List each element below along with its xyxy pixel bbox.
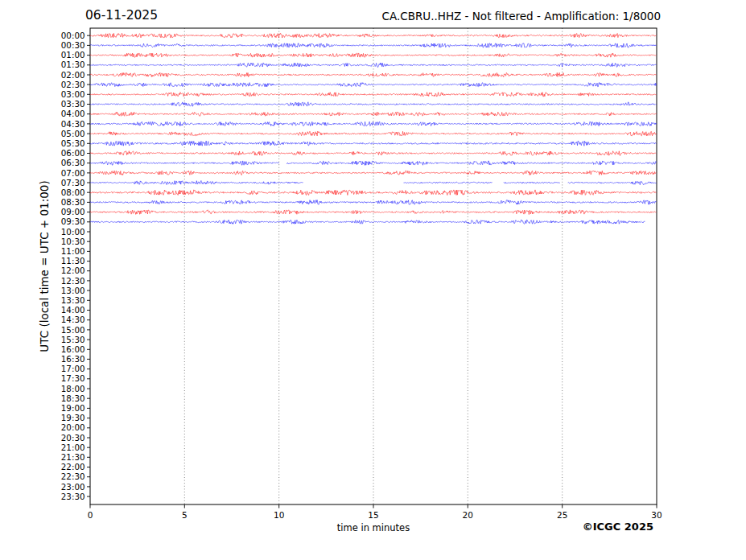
y-tick-label: 11:00 (61, 246, 85, 256)
y-tick-label: 14:30 (61, 315, 85, 324)
y-tick-label: 05:00 (61, 129, 85, 138)
y-tick-label: 06:30 (61, 158, 85, 167)
x-tick-labels: 051015202530 (88, 504, 662, 520)
y-tick-label: 09:00 (61, 207, 85, 216)
copyright-credit: ©ICGC 2025 (583, 521, 653, 533)
trace-02:00 (90, 72, 657, 76)
y-tick-label: 00:30 (61, 40, 85, 50)
y-tick-label: 00:00 (61, 31, 85, 40)
y-tick-label: 09:30 (61, 216, 85, 226)
y-tick-label: 19:00 (61, 403, 85, 413)
trace-07:00 (90, 171, 657, 175)
y-tick-label: 18:00 (61, 384, 85, 393)
y-tick-label: 10:00 (61, 227, 85, 237)
y-tick-label: 07:30 (61, 178, 85, 187)
x-tick-label: 25 (557, 510, 567, 520)
trace-05:00 (90, 131, 657, 136)
trace-08:30 (90, 200, 657, 205)
x-tick-label: 30 (651, 510, 662, 520)
helicorder-page: 06-11-2025 CA.CBRU..HHZ - Not filtered -… (0, 0, 746, 560)
gridlines (184, 28, 562, 504)
y-tick-label: 16:30 (61, 354, 85, 364)
x-tick-label: 0 (88, 510, 93, 520)
x-tick-label: 5 (182, 510, 188, 520)
y-tick-label: 01:00 (61, 50, 85, 60)
y-tick-label: 21:00 (61, 443, 85, 452)
y-tick-label: 21:30 (61, 452, 85, 462)
y-tick-label: 14:00 (61, 305, 85, 315)
trace-07:30 (90, 180, 657, 184)
y-tick-label: 20:00 (61, 422, 85, 432)
y-tick-label: 06:00 (61, 148, 85, 158)
traces (90, 33, 657, 224)
y-tick-label: 12:30 (61, 276, 85, 286)
trace-09:30 (90, 220, 645, 224)
y-tick-label: 18:30 (61, 393, 85, 403)
trace-03:30 (90, 102, 657, 106)
y-tick-label: 04:00 (61, 109, 85, 118)
y-tick-label: 13:00 (61, 286, 85, 295)
y-tick-label: 05:30 (61, 138, 85, 148)
y-tick-label: 01:30 (61, 60, 85, 69)
y-tick-label: 15:00 (61, 325, 85, 335)
y-tick-label: 03:00 (61, 89, 85, 99)
y-tick-label: 15:30 (61, 335, 85, 344)
y-tick-label: 17:00 (61, 364, 85, 373)
trace-01:00 (90, 53, 657, 57)
x-axis-label: time in minutes (337, 522, 410, 533)
y-tick-label: 12:00 (61, 266, 85, 275)
y-tick-label: 20:30 (61, 433, 85, 443)
y-tick-label: 11:30 (61, 256, 85, 266)
y-tick-label: 08:00 (61, 187, 85, 197)
y-tick-label: 08:30 (61, 197, 85, 207)
y-tick-label: 07:00 (61, 168, 85, 178)
y-tick-label: 03:30 (61, 99, 85, 109)
trace-00:30 (90, 43, 657, 47)
trace-02:30 (90, 83, 657, 87)
y-tick-label: 04:30 (61, 119, 85, 129)
y-tick-label: 23:00 (61, 482, 85, 492)
x-tick-label: 10 (274, 510, 284, 520)
y-tick-label: 02:00 (61, 70, 85, 80)
y-tick-label: 22:30 (61, 471, 85, 481)
y-tick-label: 10:30 (61, 237, 85, 246)
y-tick-label: 17:30 (61, 373, 85, 383)
y-tick-label: 19:30 (61, 413, 85, 422)
y-tick-label: 02:30 (61, 80, 85, 89)
x-tick-label: 15 (368, 510, 378, 520)
seismogram-plot: 00:0000:3001:0001:3002:0002:3003:0003:30… (0, 0, 746, 560)
y-tick-label: 16:00 (61, 344, 85, 354)
y-tick-labels: 00:0000:3001:0001:3002:0002:3003:0003:30… (61, 31, 90, 501)
x-tick-label: 20 (463, 510, 473, 520)
y-tick-label: 23:30 (61, 492, 85, 501)
y-tick-label: 22:00 (61, 462, 85, 471)
y-tick-label: 13:30 (61, 295, 85, 305)
trace-03:00 (90, 93, 657, 97)
